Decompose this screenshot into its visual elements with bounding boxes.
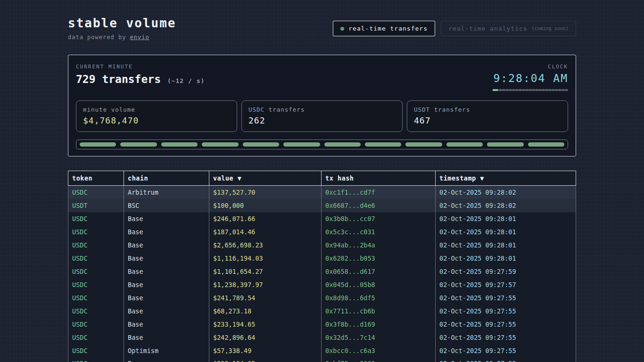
envio-link[interactable]: envio [130, 34, 149, 41]
timestamp-cell: 02-Oct-2025 09:28:01 [436, 225, 576, 239]
tx-hash-link[interactable]: 0x7711...cb6b [325, 307, 375, 315]
token-cell: USDC [68, 291, 124, 304]
timestamp-cell: 02-Oct-2025 09:27:55 [436, 318, 576, 331]
transfers-count: 729 transfers [76, 73, 161, 85]
tx-hash-link[interactable]: 0x3b8b...cc07 [325, 215, 375, 222]
token-cell: USDC [68, 239, 124, 252]
timestamp-cell: 02-Oct-2025 09:27:55 [436, 344, 576, 357]
tx-hash-cell: 0xbf75...3661 [322, 357, 436, 362]
minute-segment [202, 142, 238, 147]
tx-hash-link[interactable]: 0x0658...d617 [325, 268, 375, 275]
timestamp-cell: 02-Oct-2025 09:28:01 [436, 252, 576, 265]
tx-hash-link[interactable]: 0x5c3c...c031 [325, 228, 375, 236]
timestamp-cell: 02-Oct-2025 09:27:55 [436, 331, 576, 344]
usdc-transfers-card: USDC transfers 262 [241, 100, 403, 132]
transfers-rate: (~12 / s) [167, 77, 205, 84]
token-cell: USDC [68, 252, 124, 265]
chain-cell: Base [124, 304, 209, 318]
chain-cell: Base [124, 252, 209, 265]
timestamp-cell: 02-Oct-2025 09:28:01 [436, 239, 576, 252]
tx-hash-link[interactable]: 0xbf75...3661 [325, 360, 375, 362]
tx-hash-cell: 0x3f8b...d169 [322, 318, 436, 331]
transfer-row: USDCArbitrum$137,527.700xc1f1...cd7f02-O… [68, 186, 576, 199]
tx-hash-cell: 0x94ab...2b4a [322, 239, 436, 252]
token-cell: USDC [68, 212, 124, 225]
tx-hash-cell: 0x6282...b053 [322, 252, 436, 265]
minute-segment [324, 142, 361, 147]
minute-segment [528, 142, 564, 147]
powered-by-text: data powered by [68, 34, 126, 41]
tx-hash-link[interactable]: 0x32d5...7c14 [325, 334, 375, 341]
transfers-summary: CURRENT MINUTE 729 transfers (~12 / s) [76, 64, 205, 85]
timestamp-cell: 02-Oct-2025 09:28:02 [436, 199, 576, 212]
value-cell: $68,273.18 [209, 304, 322, 318]
powered-by: data powered by envio [68, 34, 176, 41]
token-cell: USDT [68, 199, 124, 212]
current-minute-panel: CURRENT MINUTE 729 transfers (~12 / s) C… [68, 55, 576, 156]
transfer-row: USDCOptimism$57,338.490xbcc0...c6a302-Oc… [68, 344, 576, 357]
tx-hash-link[interactable]: 0x94ab...2b4a [325, 241, 375, 249]
chain-cell: Base [124, 357, 209, 362]
table-header-row: tokenchainvalue ▼tx hashtimestamp ▼ [68, 171, 576, 186]
top-bar: stable volume data powered by envio real… [68, 16, 576, 41]
chain-cell: Base [124, 318, 209, 331]
token-cell: USDC [68, 225, 124, 239]
chain-cell: Arbitrum [124, 186, 209, 199]
value-cell: $137,527.70 [209, 186, 322, 199]
value-cell: $187,014.46 [209, 225, 322, 239]
transfer-row: USDCBase$233,194.650xbf75...366102-Oct-2… [68, 357, 576, 362]
tab-realtime-transfers[interactable]: real-time transfers [333, 21, 435, 36]
col-header-chain: chain [124, 171, 209, 186]
coming-soon-badge: (coming soon) [532, 26, 569, 31]
tx-hash-cell: 0xc1f1...cd7f [322, 186, 436, 199]
transfer-row: USDCBase$241,789.540x8d98...6df502-Oct-2… [68, 291, 576, 304]
brand: stable volume data powered by envio [68, 16, 176, 41]
timestamp-cell: 02-Oct-2025 09:28:01 [436, 212, 576, 225]
tab-realtime-analytics[interactable]: real-time analytics (coming soon) [441, 21, 576, 36]
panel-top: CURRENT MINUTE 729 transfers (~12 / s) C… [76, 64, 568, 91]
value-cell: $242,896.64 [209, 331, 322, 344]
token-cell: USDC [68, 304, 124, 318]
tx-hash-cell: 0x32d5...7c14 [322, 331, 436, 344]
usdc-transfers-value: 262 [248, 115, 396, 125]
timestamp-cell: 02-Oct-2025 09:27:55 [436, 304, 576, 318]
tx-hash-link[interactable]: 0x8d98...6df5 [325, 294, 375, 302]
live-dot-icon [340, 27, 344, 31]
token-cell: USDC [68, 318, 124, 331]
transfer-row: USDCBase$233,194.650x3f8b...d16902-Oct-2… [68, 318, 576, 331]
tx-hash-link[interactable]: 0x3f8b...d169 [325, 321, 375, 328]
view-tabs: real-time transfers real-time analytics … [333, 21, 576, 36]
transfer-row: USDCBase$1,101,654.270x0658...d61702-Oct… [68, 265, 576, 278]
current-minute-label: CURRENT MINUTE [76, 64, 205, 70]
clock-block: CLOCK 9:28:04 AM [493, 64, 568, 91]
chain-cell: Base [124, 239, 209, 252]
value-cell: $1,238,397.97 [209, 278, 322, 291]
minute-segment [487, 142, 523, 147]
minute-segment [405, 142, 442, 147]
chain-cell: Base [124, 278, 209, 291]
minute-segment [120, 142, 157, 147]
tx-hash-cell: 0x6687...d4e6 [322, 199, 436, 212]
tx-hash-link[interactable]: 0xbcc0...c6a3 [325, 347, 375, 354]
col-header-token: token [68, 171, 124, 186]
chain-cell: BSC [124, 199, 209, 212]
tx-hash-link[interactable]: 0xc1f1...cd7f [325, 189, 375, 196]
stat-cards: minute volume $4,768,470 USDC transfers … [76, 100, 568, 132]
tx-hash-link[interactable]: 0x6282...b053 [325, 255, 375, 262]
col-header-timestamp[interactable]: timestamp ▼ [436, 171, 576, 186]
transfer-row: USDCBase$2,656,698.230x94ab...2b4a02-Oct… [68, 239, 576, 252]
tx-hash-link[interactable]: 0x6687...d4e6 [325, 202, 375, 209]
transfer-row: USDCBase$187,014.460x5c3c...c03102-Oct-2… [68, 225, 576, 239]
col-header-value[interactable]: value ▼ [209, 171, 322, 186]
usdt-transfers-label: USDT transfers [414, 106, 561, 113]
transfer-row: USDCBase$242,896.640x32d5...7c1402-Oct-2… [68, 331, 576, 344]
minute-segments-bar [76, 140, 568, 149]
tx-hash-cell: 0x045d...05b8 [322, 278, 436, 291]
tx-hash-cell: 0x8d98...6df5 [322, 291, 436, 304]
transfer-row: USDCBase$68,273.180x7711...cb6b02-Oct-20… [68, 304, 576, 318]
tx-hash-link[interactable]: 0x045d...05b8 [325, 281, 375, 288]
usdt-transfers-card: USDT transfers 467 [407, 100, 568, 132]
tx-hash-cell: 0xbcc0...c6a3 [322, 344, 436, 357]
tx-hash-cell: 0x3b8b...cc07 [322, 212, 436, 225]
value-cell: $100,000 [209, 199, 322, 212]
